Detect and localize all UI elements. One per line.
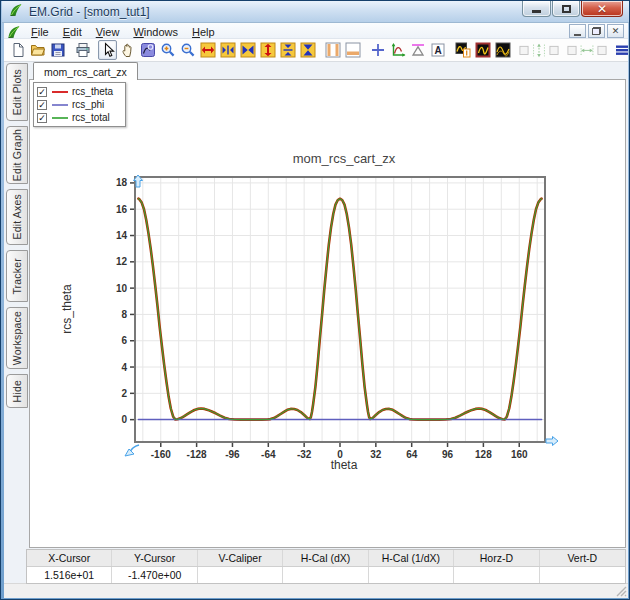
menu-windows[interactable]: Windows xyxy=(126,25,185,39)
sidebar-tab-edit-plots[interactable]: Edit Plots xyxy=(6,63,28,121)
app-logo-icon xyxy=(8,2,24,22)
y-tick-label: 8 xyxy=(121,309,127,320)
expand-y-button[interactable] xyxy=(258,40,277,60)
close-button[interactable]: ✕ xyxy=(581,1,623,17)
mdi-restore-button[interactable] xyxy=(588,24,605,38)
pan-right-arrow[interactable] xyxy=(546,437,558,446)
legend-item-rcs_total: ✓rcs_total xyxy=(37,111,122,124)
save-button[interactable] xyxy=(48,40,67,60)
menu-edit[interactable]: Edit xyxy=(56,25,89,39)
x-tick-label: -32 xyxy=(297,449,312,460)
sidebar-tab-tracker[interactable]: Tracker xyxy=(6,250,28,302)
y-tick-label: 10 xyxy=(116,283,128,294)
cursor-value-5 xyxy=(454,567,539,583)
copy-plot-button[interactable] xyxy=(453,40,472,60)
split-vertical-button[interactable] xyxy=(323,40,342,60)
sidebar-tab-label: Edit Plots xyxy=(11,69,23,115)
shift-y-button[interactable] xyxy=(278,40,297,60)
sidebar-tab-label: Workspace xyxy=(11,311,23,365)
window-title: EM.Grid - [smom_tut1] xyxy=(29,5,150,19)
cursor-header-2: V-Caliper xyxy=(198,550,283,566)
y-tick-label: 14 xyxy=(116,230,128,241)
tab-label: mom_rcs_cart_zx xyxy=(44,66,127,78)
toolbar: ALayout xyxy=(4,39,628,62)
legend: ✓rcs_theta✓rcs_phi✓rcs_total xyxy=(33,82,126,127)
legend-checkbox-rcs_total[interactable]: ✓ xyxy=(37,113,47,123)
y-tick-label: 6 xyxy=(121,335,127,346)
expand-x-button[interactable] xyxy=(198,40,217,60)
cursor-header-6: Vert-D xyxy=(540,550,625,566)
svg-text:A: A xyxy=(434,45,441,56)
zoom-window-button[interactable] xyxy=(138,40,157,60)
cursor-header-5: Horz-D xyxy=(454,550,539,566)
split-vertical-icon xyxy=(325,42,341,58)
legend-label: rcs_phi xyxy=(72,99,104,110)
x-tick-label: 64 xyxy=(406,449,418,460)
cursor-header-0: X-Cursor xyxy=(27,550,112,566)
new-document-button[interactable] xyxy=(8,40,27,60)
legend-line-sample xyxy=(52,104,68,106)
y-tick-label: 16 xyxy=(116,204,128,215)
shift-x-button[interactable] xyxy=(218,40,237,60)
sidebar-tab-label: Hide xyxy=(11,380,23,402)
plot-style-button[interactable] xyxy=(473,40,492,60)
x-tick-label: 96 xyxy=(442,449,454,460)
cursor-value-0: 1.516e+01 xyxy=(27,567,112,583)
tab-mom_rcs_cart_zx[interactable]: mom_rcs_cart_zx xyxy=(33,62,138,80)
mdi-window-controls: ✕ xyxy=(569,24,624,38)
edit-axes-icon xyxy=(390,42,406,58)
x-tick-label: 160 xyxy=(511,449,528,460)
cursor-header-4: H-Cal (1/dX) xyxy=(369,550,454,566)
shift-y-icon xyxy=(280,42,296,58)
sidebar-tab-label: Edit Graph xyxy=(11,129,23,181)
sidebar-tab-edit-axes[interactable]: Edit Axes xyxy=(6,189,28,245)
caliper-button[interactable] xyxy=(408,40,427,60)
sidebar-tab-edit-graph[interactable]: Edit Graph xyxy=(6,126,28,184)
maximize-icon xyxy=(562,5,571,13)
menu-view[interactable]: View xyxy=(89,25,127,39)
zoom-out-button[interactable] xyxy=(178,40,197,60)
compress-y-button[interactable] xyxy=(298,40,317,60)
save-icon xyxy=(50,42,66,58)
client-area: Edit PlotsEdit GraphEdit AxesTrackerWork… xyxy=(4,62,628,583)
pan-corner-arrowhead[interactable] xyxy=(125,449,134,456)
cursor-value-1: -1.470e+00 xyxy=(112,567,197,583)
expand-y-icon xyxy=(260,42,276,58)
mdi-minimize-button[interactable] xyxy=(569,24,586,38)
compress-x-icon xyxy=(240,42,256,58)
resize-grip[interactable] xyxy=(615,585,627,597)
mdi-close-button[interactable]: ✕ xyxy=(607,24,624,38)
menu-help[interactable]: Help xyxy=(185,25,222,39)
legend-checkbox-rcs_theta[interactable]: ✓ xyxy=(37,87,47,97)
select-cursor-button[interactable] xyxy=(98,40,117,60)
mdi-close-icon: ✕ xyxy=(612,26,620,36)
document-logo-icon xyxy=(6,24,20,38)
pan-hand-button[interactable] xyxy=(118,40,137,60)
add-text-button[interactable]: A xyxy=(428,40,447,60)
add-text-icon: A xyxy=(430,42,446,58)
cursor-value-4 xyxy=(369,567,454,583)
menu-file[interactable]: File xyxy=(24,25,56,39)
split-horizontal-button[interactable] xyxy=(343,40,362,60)
status-bar xyxy=(4,583,628,598)
edit-axes-button[interactable] xyxy=(388,40,407,60)
maximize-button[interactable] xyxy=(552,1,580,17)
sidebar-tab-workspace[interactable]: Workspace xyxy=(6,307,28,369)
legend-checkbox-rcs_phi[interactable]: ✓ xyxy=(37,100,47,110)
titlebar[interactable]: EM.Grid - [smom_tut1] ✕ xyxy=(2,1,630,23)
minimize-button[interactable] xyxy=(522,1,551,17)
sidebar-tab-hide[interactable]: Hide xyxy=(6,374,28,408)
open-file-button[interactable] xyxy=(28,40,47,60)
print-button[interactable] xyxy=(73,40,92,60)
plot-overlay-button[interactable] xyxy=(493,40,512,60)
new-document-icon xyxy=(10,42,26,58)
zoom-in-button[interactable] xyxy=(158,40,177,60)
caliper-icon xyxy=(410,42,426,58)
shift-x-icon xyxy=(220,42,236,58)
layout-button[interactable]: Layout xyxy=(614,40,628,60)
compress-x-button[interactable] xyxy=(238,40,257,60)
cursor-readout-table: X-CursorY-CursorV-CaliperH-Cal (dX)H-Cal… xyxy=(26,549,626,584)
add-marker-button[interactable] xyxy=(368,40,387,60)
y-axis-label: rcs_theta xyxy=(60,284,74,333)
plot-area[interactable]: -160-128-96-64-3203264961281600246810121… xyxy=(99,167,569,469)
